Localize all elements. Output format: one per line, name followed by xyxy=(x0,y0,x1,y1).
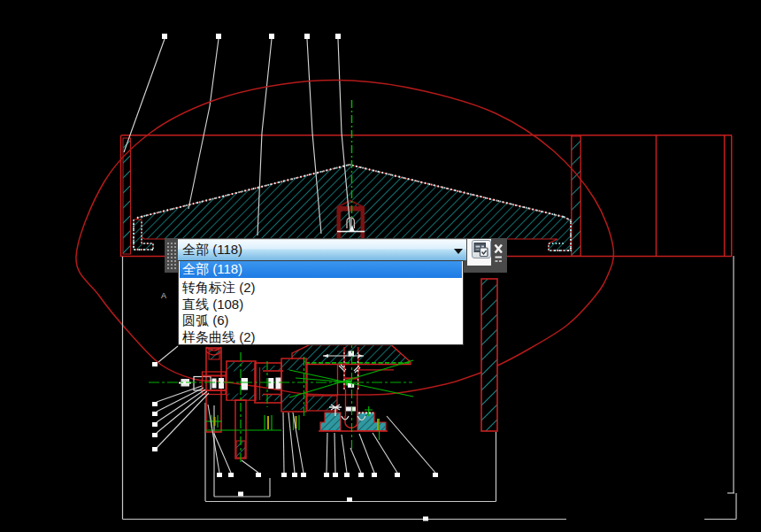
svg-text:A: A xyxy=(161,291,166,300)
